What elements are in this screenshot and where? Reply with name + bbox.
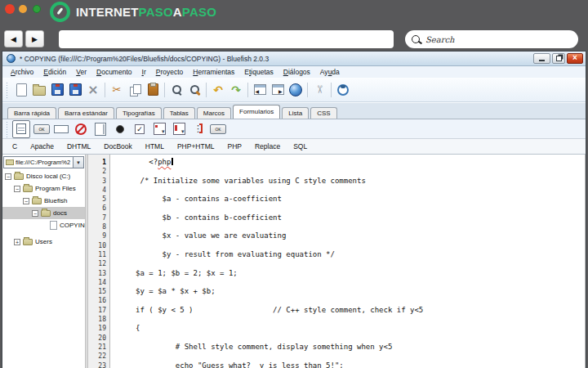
cut-button[interactable] bbox=[108, 81, 126, 99]
select-button[interactable] bbox=[151, 121, 167, 137]
minimize-dot-icon[interactable] bbox=[19, 5, 27, 13]
tab-lista[interactable]: Lista bbox=[282, 107, 309, 119]
chevron-down-icon: ▼ bbox=[76, 160, 81, 165]
undo-icon bbox=[213, 83, 223, 96]
langtab-c[interactable]: C bbox=[6, 142, 24, 150]
tree-item-program-files[interactable]: −Program Files bbox=[2, 182, 85, 195]
unindent-button[interactable] bbox=[251, 81, 269, 99]
new-document-button[interactable] bbox=[12, 81, 30, 99]
optgroup-button[interactable] bbox=[190, 121, 207, 137]
minimize-button[interactable] bbox=[533, 53, 550, 64]
button-button[interactable]: OK bbox=[33, 121, 50, 137]
path-dropdown-button[interactable]: ▼ bbox=[73, 157, 83, 168]
tab-barra-ra-pida[interactable]: Barra rápida bbox=[7, 107, 56, 119]
line-number: 23 bbox=[88, 361, 106, 368]
path-combobox[interactable]: file:///C:/Program%2 ▼ bbox=[3, 156, 84, 168]
collapse-icon[interactable]: − bbox=[32, 210, 38, 217]
langtab-html[interactable]: HTML bbox=[139, 142, 171, 150]
formbar-grip-handle[interactable] bbox=[6, 121, 9, 137]
langtab-sql[interactable]: SQL bbox=[287, 142, 314, 150]
tree-item-users[interactable]: +Users bbox=[2, 236, 85, 248]
collapse-icon[interactable]: − bbox=[5, 173, 11, 180]
menu-ver[interactable]: Ver bbox=[71, 68, 91, 76]
forward-arrow-icon: ▶ bbox=[32, 35, 38, 43]
menu-ir[interactable]: Ir bbox=[137, 68, 151, 76]
save-as-button[interactable] bbox=[66, 81, 84, 99]
search-input[interactable] bbox=[424, 34, 572, 45]
ok-button-button[interactable]: OK bbox=[210, 121, 226, 137]
menu-ayuda[interactable]: Ayuda bbox=[315, 68, 345, 76]
langtab-docbook[interactable]: DocBook bbox=[97, 142, 139, 150]
langtab-php+html[interactable]: PHP+HTML bbox=[171, 142, 221, 150]
tree-item-copying[interactable]: COPYING bbox=[2, 219, 85, 231]
folder-icon bbox=[14, 173, 24, 180]
view-in-browser-button[interactable] bbox=[287, 81, 305, 99]
code-line bbox=[114, 315, 585, 324]
restore-button[interactable] bbox=[552, 53, 565, 64]
langtab-dhtml[interactable]: DHTML bbox=[60, 142, 97, 150]
tree-item-docs[interactable]: −docs bbox=[2, 207, 85, 219]
undo-button[interactable] bbox=[209, 81, 227, 99]
back-button[interactable]: ◀ bbox=[4, 30, 23, 47]
search-box[interactable] bbox=[405, 30, 578, 48]
close-dot-icon[interactable] bbox=[5, 4, 15, 14]
paste-button[interactable] bbox=[144, 81, 162, 99]
menu-herramientas[interactable]: Herramientas bbox=[188, 68, 239, 76]
close-button[interactable] bbox=[567, 53, 583, 64]
logo-part-paso1: PASO bbox=[139, 5, 173, 19]
navigation-button[interactable] bbox=[334, 81, 352, 99]
preferences-button[interactable] bbox=[310, 81, 328, 99]
form-button[interactable] bbox=[12, 120, 30, 138]
collapse-icon[interactable]: − bbox=[23, 198, 29, 204]
redo-button[interactable] bbox=[227, 81, 245, 99]
tree-item-bluefish[interactable]: −Bluefish bbox=[2, 195, 85, 207]
bluefish-window: * COPYING (file:///C:/Program%20Files/Bl… bbox=[2, 51, 586, 368]
forward-button[interactable]: ▶ bbox=[25, 30, 44, 47]
textarea-button[interactable] bbox=[92, 121, 109, 137]
code-line: if ( $y < 5 ) // C++ style comment, chec… bbox=[114, 306, 585, 315]
url-input[interactable] bbox=[59, 30, 394, 48]
langtab-php[interactable]: PHP bbox=[221, 142, 248, 150]
logo-part-internet: INTERNET bbox=[76, 5, 139, 19]
expand-icon[interactable]: + bbox=[14, 239, 20, 245]
find-button[interactable] bbox=[167, 81, 185, 99]
input-hidden-button[interactable] bbox=[73, 121, 89, 137]
tab-barra-esta-ndar[interactable]: Barra estándar bbox=[58, 107, 114, 119]
menu-documento[interactable]: Documento bbox=[91, 68, 136, 76]
tree-label: Users bbox=[35, 238, 52, 245]
indent-button[interactable] bbox=[269, 81, 287, 99]
find-icon bbox=[171, 83, 183, 96]
maximize-dot-icon[interactable] bbox=[33, 5, 41, 13]
tab-css[interactable]: CSS bbox=[310, 107, 336, 119]
tree-item-disco-local-c[interactable]: −Disco local (C:) bbox=[2, 170, 85, 182]
multiselect-icon bbox=[173, 123, 185, 135]
menu-archivo[interactable]: Archivo bbox=[6, 68, 38, 76]
menu-proyecto[interactable]: Proyecto bbox=[151, 68, 189, 76]
line-number: 2 bbox=[88, 167, 106, 176]
line-number: 6 bbox=[88, 204, 106, 213]
menu-edicio-n[interactable]: Edición bbox=[38, 68, 71, 76]
tab-tipografi-as[interactable]: Tipografías bbox=[116, 107, 162, 119]
tab-formularios[interactable]: Formularios bbox=[233, 105, 280, 119]
tab-tablas[interactable]: Tablas bbox=[163, 107, 195, 119]
tree-label: Bluefish bbox=[44, 197, 67, 204]
menu-etiquetas[interactable]: Etiquetas bbox=[239, 68, 278, 76]
menu-dia-logos[interactable]: Diálogos bbox=[278, 68, 315, 76]
tab-marcos[interactable]: Marcos bbox=[197, 107, 231, 119]
input-text-button[interactable] bbox=[53, 121, 69, 137]
langtab-replace[interactable]: Replace bbox=[248, 142, 287, 150]
code-editor[interactable]: <?php /* Initialize some variables using… bbox=[110, 155, 586, 368]
input-text-icon bbox=[54, 125, 69, 133]
code-line bbox=[114, 241, 585, 250]
radio-button[interactable] bbox=[112, 121, 128, 137]
close-document-button[interactable] bbox=[84, 81, 102, 99]
collapse-icon[interactable]: − bbox=[14, 186, 20, 192]
copy-button[interactable] bbox=[126, 81, 144, 99]
open-file-button[interactable] bbox=[30, 81, 48, 99]
find-replace-button[interactable] bbox=[185, 81, 203, 99]
save-button[interactable] bbox=[48, 81, 66, 99]
toolbar-grip-handle[interactable] bbox=[6, 82, 9, 98]
langtab-apache[interactable]: Apache bbox=[24, 142, 60, 150]
checkbox-button[interactable] bbox=[131, 121, 148, 137]
multiselect-button[interactable] bbox=[171, 121, 187, 137]
